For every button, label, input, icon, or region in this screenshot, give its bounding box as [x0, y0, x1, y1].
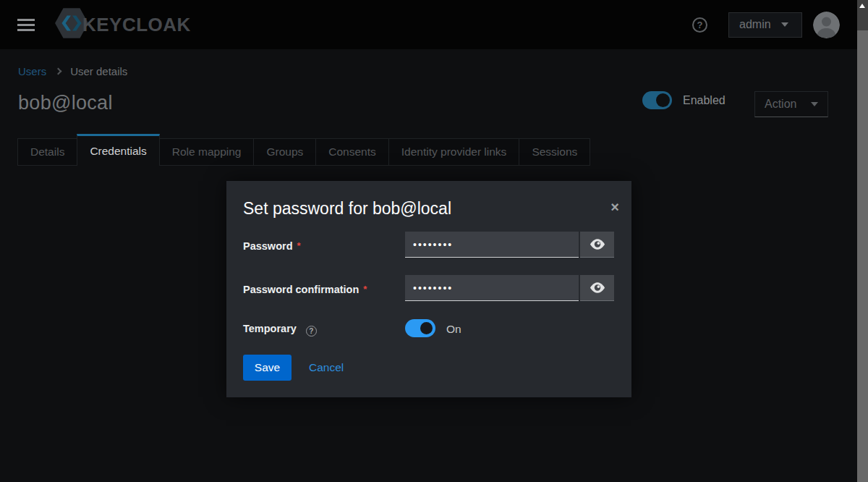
masthead: KEYCLOAK ? admin — [0, 0, 868, 49]
scrollbar-thumb[interactable] — [857, 30, 868, 482]
scrollbar-track[interactable] — [857, 0, 868, 482]
tab-sessions[interactable]: Sessions — [519, 138, 590, 166]
required-marker: * — [363, 284, 367, 295]
password-confirmation-label: Password confirmation* — [243, 284, 367, 295]
tab-identity-provider-links[interactable]: Identity provider links — [388, 138, 520, 166]
toggle-knob — [420, 322, 433, 334]
eye-icon — [590, 239, 605, 250]
user-avatar-icon — [813, 12, 840, 38]
breadcrumb: Users User details — [18, 65, 127, 77]
tab-credentials[interactable]: Credentials — [77, 134, 159, 166]
avatar[interactable] — [813, 12, 840, 38]
set-password-modal: Set password for bob@local × Password* P… — [226, 181, 631, 397]
temporary-label: Temporary ? — [243, 323, 317, 335]
enabled-toggle[interactable] — [642, 91, 672, 109]
hamburger-menu-icon[interactable] — [17, 16, 35, 34]
toggle-knob — [656, 93, 670, 107]
action-label: Action — [765, 98, 796, 111]
help-icon[interactable]: ? — [692, 17, 707, 33]
chevron-right-icon — [55, 68, 62, 75]
show-password-button[interactable] — [580, 232, 614, 258]
password-input[interactable] — [405, 232, 579, 258]
show-password-confirmation-button[interactable] — [580, 275, 614, 301]
modal-title: Set password for bob@local — [243, 199, 451, 219]
temporary-state-label: On — [446, 323, 461, 336]
breadcrumb-current: User details — [70, 65, 127, 77]
username-label: admin — [739, 18, 771, 31]
enabled-label: Enabled — [683, 94, 726, 107]
tab-details[interactable]: Details — [17, 138, 77, 166]
user-detail-tabs: Details Credentials Role mapping Groups … — [18, 134, 590, 166]
caret-down-icon — [781, 22, 788, 27]
help-icon[interactable]: ? — [306, 326, 317, 337]
user-menu-dropdown[interactable]: admin — [728, 12, 802, 38]
caret-down-icon — [811, 102, 818, 106]
close-icon[interactable]: × — [610, 200, 619, 214]
keycloak-logo[interactable]: KEYCLOAK — [54, 6, 191, 43]
breadcrumb-users-link[interactable]: Users — [18, 65, 46, 77]
scroll-up-arrow-icon[interactable] — [859, 3, 867, 9]
page-title: bob@local — [18, 92, 113, 114]
required-marker: * — [297, 240, 301, 251]
tab-consents[interactable]: Consents — [315, 138, 388, 166]
cancel-button[interactable]: Cancel — [309, 361, 344, 374]
password-label: Password* — [243, 240, 301, 252]
eye-icon — [590, 282, 605, 293]
action-dropdown[interactable]: Action — [754, 91, 828, 117]
tab-groups[interactable]: Groups — [253, 138, 316, 166]
save-button[interactable]: Save — [243, 355, 292, 381]
temporary-toggle[interactable] — [405, 319, 435, 337]
tab-role-mapping[interactable]: Role mapping — [159, 138, 255, 166]
brand-text: KEYCLOAK — [82, 14, 191, 36]
password-confirmation-input[interactable] — [405, 275, 579, 301]
